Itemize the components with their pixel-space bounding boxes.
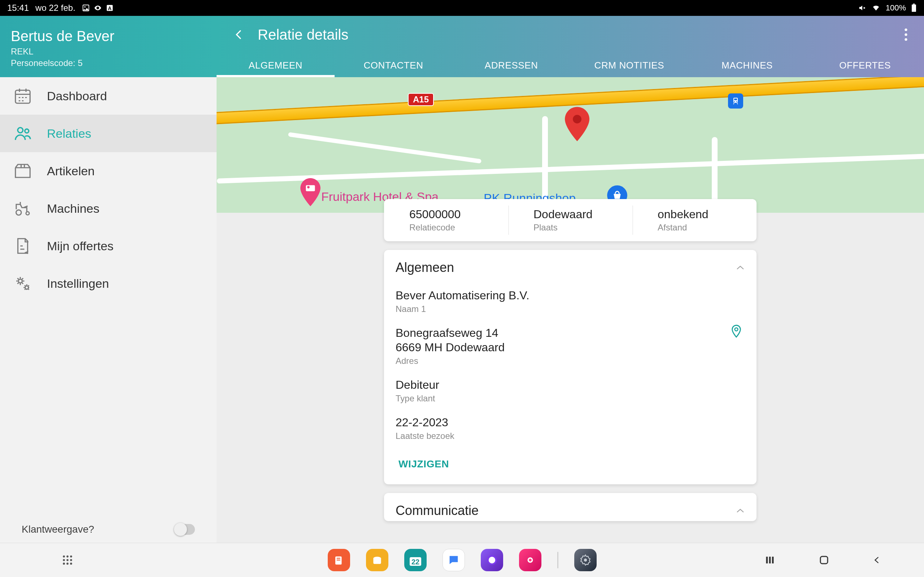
svg-point-8 [18, 128, 23, 133]
map-view[interactable]: A15 Fruitpark Hot [216, 77, 924, 213]
svg-rect-46 [769, 557, 771, 564]
sidebar-header: Bertus de Bever REKL Personeelscode: 5 [0, 16, 216, 77]
svg-point-33 [70, 562, 72, 565]
svg-rect-45 [766, 557, 768, 564]
summary-plaats: Dodewaard Plaats [508, 199, 632, 241]
svg-rect-35 [336, 558, 340, 559]
svg-point-25 [63, 555, 65, 558]
svg-rect-6 [913, 3, 915, 4]
svg-point-21 [573, 115, 582, 124]
svg-rect-48 [821, 556, 828, 564]
tab-offertes[interactable]: OFFERTES [806, 53, 924, 77]
field-typeklant: Debiteur Type klant [396, 372, 745, 409]
map-pin-main[interactable] [565, 107, 590, 141]
summary-card: 65000000 Relatiecode Dodewaard Plaats on… [384, 199, 756, 241]
sidebar-item-artikelen[interactable]: Artikelen [0, 152, 216, 190]
wifi-icon [871, 4, 881, 12]
field-value-line1: Bonegraafseweg 14 [396, 326, 745, 340]
svg-point-24 [735, 328, 738, 331]
sidebar-item-label: Artikelen [47, 164, 95, 178]
android-back-button[interactable] [873, 554, 881, 566]
dock-app-2[interactable] [366, 549, 388, 571]
map-road [288, 132, 481, 163]
svg-point-20 [736, 102, 737, 102]
dock-app-camera[interactable] [519, 549, 541, 571]
sidebar-item-label: Machines [47, 201, 100, 216]
scroll-area[interactable]: A15 Fruitpark Hot [216, 77, 924, 577]
tab-algemeen[interactable]: ALGEMEEN [216, 53, 334, 77]
svg-rect-22 [306, 185, 315, 192]
field-label: Type klant [396, 393, 745, 403]
android-recent-button[interactable] [764, 555, 775, 565]
tab-contacten[interactable]: CONTACTEN [334, 53, 452, 77]
android-home-button[interactable] [819, 554, 829, 566]
back-button[interactable] [227, 23, 251, 47]
sidebar-item-relaties[interactable]: Relaties [0, 115, 216, 152]
field-naam1: Bever Automatisering B.V. Naam 1 [396, 282, 745, 320]
open-location-button[interactable] [728, 323, 745, 340]
svg-rect-36 [336, 560, 340, 561]
sidebar-item-label: Relaties [47, 127, 91, 141]
tab-crm-notities[interactable]: CRM NOTITIES [570, 53, 688, 77]
field-value: Debiteur [396, 377, 745, 392]
map-pin-hotel[interactable] [300, 178, 320, 206]
field-label: Naam 1 [396, 304, 745, 314]
sidebar-item-dashboard[interactable]: Dashboard [0, 77, 216, 115]
field-value: 22-2-2023 [396, 415, 745, 429]
dock-app-settings[interactable] [574, 549, 597, 571]
card-header-communicatie[interactable]: Communicatie [384, 493, 756, 521]
map-road [216, 149, 924, 184]
card-communicatie: Communicatie [384, 493, 756, 521]
content-area: Relatie details ALGEMEEN CONTACTEN ADRES… [216, 16, 924, 577]
client-view-toggle[interactable] [175, 524, 195, 535]
svg-rect-5 [912, 4, 916, 11]
dock-app-chat[interactable] [443, 549, 465, 571]
chevron-up-icon [736, 263, 745, 272]
svg-point-30 [70, 559, 72, 561]
sidebar-item-machines[interactable]: Machines [0, 190, 216, 227]
sidebar-item-instellingen[interactable]: Instellingen [0, 265, 216, 302]
card-header-algemeen[interactable]: Algemeen [384, 250, 756, 278]
svg-point-9 [25, 129, 29, 133]
svg-rect-18 [734, 98, 737, 100]
status-bar: 15:41 wo 22 feb. A 100% [0, 0, 924, 16]
battery-icon [911, 3, 917, 12]
summary-label: Relatiecode [409, 222, 508, 233]
card-title: Algemeen [396, 260, 454, 275]
tab-machines[interactable]: MACHINES [688, 53, 806, 77]
summary-afstand: onbekend Afstand [632, 199, 756, 241]
svg-point-29 [66, 559, 69, 561]
gears-icon [11, 273, 35, 293]
chevron-up-icon [736, 506, 745, 515]
svg-point-2 [97, 7, 99, 9]
overflow-menu-button[interactable] [898, 27, 914, 43]
user-name: Bertus de Bever [11, 28, 206, 44]
dock-app-1[interactable] [328, 549, 350, 571]
svg-point-13 [25, 286, 29, 289]
status-date: wo 22 feb. [36, 3, 76, 13]
svg-point-10 [16, 210, 21, 215]
svg-point-26 [66, 555, 69, 558]
dock-app-browser[interactable] [481, 549, 503, 571]
appbar: Relatie details ALGEMEEN CONTACTEN ADRES… [216, 16, 924, 77]
svg-point-28 [63, 559, 65, 561]
apps-grid-icon[interactable] [61, 554, 74, 566]
tractor-icon [11, 198, 35, 219]
sidebar-item-offertes[interactable]: Mijn offertes [0, 227, 216, 265]
android-nav-dock: 22 [0, 543, 924, 577]
road-badge-a15: A15 [408, 93, 434, 106]
dock-separator [557, 552, 558, 568]
field-adres: Bonegraafseweg 14 6669 MH Dodewaard Adre… [396, 320, 745, 372]
summary-relatiecode: 65000000 Relatiecode [384, 199, 508, 241]
status-time: 15:41 [7, 3, 29, 13]
mute-icon [858, 4, 866, 12]
status-left-icons: A [82, 4, 114, 12]
tab-adressen[interactable]: ADRESSEN [452, 53, 570, 77]
svg-point-44 [584, 559, 587, 562]
svg-text:A: A [108, 6, 111, 11]
edit-button[interactable]: WIJZIGEN [396, 453, 452, 475]
svg-point-31 [63, 562, 65, 565]
sidebar-item-label: Instellingen [47, 277, 109, 291]
box-icon [11, 161, 35, 181]
dock-app-calendar[interactable]: 22 [404, 549, 426, 571]
